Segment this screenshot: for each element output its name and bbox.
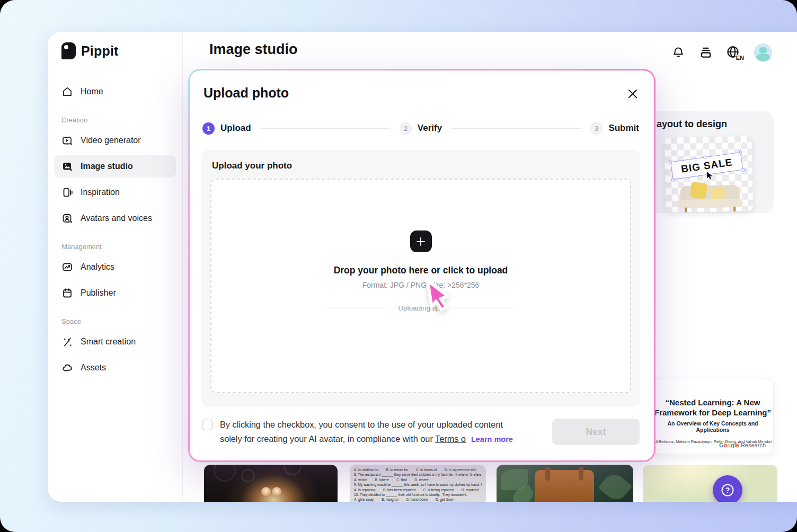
tote-bag-graphic [535,470,594,502]
sofa-leg [733,207,736,211]
upload-photo-modal-body: Upload photo 1 Upload 2 Verify 3 Submit [190,70,654,460]
stack-icon [699,46,713,59]
consent-line1: By clicking the checkbox, you consent to… [220,420,503,429]
step-2-label: Verify [418,123,442,134]
selection-handle [669,160,672,164]
paper-title-line2: Framework for Deep Learning” [652,407,773,418]
step-3-label: Submit [608,123,639,134]
user-avatar[interactable] [754,43,772,61]
sidebar-item-label: Video generator [81,136,141,145]
close-button[interactable] [626,87,639,100]
thumbnail-earbuds[interactable] [204,465,338,502]
worksheet-line: A. give away B. hang on C. hand down D. … [354,497,482,502]
leaf-graphic [598,470,632,502]
learn-more-link[interactable]: Learn more [471,435,513,444]
step-connector [261,128,390,129]
consent-text: By clicking the checkbox, you consent to… [220,418,513,447]
sidebar-item-assets[interactable]: Assets [54,357,176,379]
sidebar-item-label: Publisher [81,288,116,298]
sidebar: Pippit Home Creation Video generator Ima… [48,32,183,502]
add-photo-button[interactable] [410,230,432,252]
nested-learning-card[interactable]: “Nested Learning: A New Framework for De… [652,378,774,454]
thumbnail-worksheet[interactable]: A. In addition to B. in return for C. in… [350,465,486,502]
sidebar-item-label: Smart creation [81,337,136,347]
assets-icon [61,362,73,374]
step-1-circle: 1 [202,122,215,135]
avatars-icon [61,212,73,224]
consent-checkbox[interactable] [202,420,212,430]
upload-photo-modal: Upload photo 1 Upload 2 Verify 3 Submit [188,69,656,462]
sofa-leg [685,208,687,212]
step-3-circle: 3 [590,122,603,135]
pink-cursor-icon [417,278,451,320]
pippit-logo-icon [61,42,76,59]
selection-handle [739,150,742,154]
worksheet-line: 8. The restaurant ______ they serve frie… [354,472,482,477]
sidebar-item-avatars-and-voices[interactable]: Avatars and voices [54,207,176,229]
dropzone-instruction: Drop your photo here or click to upload [334,265,508,276]
earbud-graphic [272,487,281,496]
sidebar-item-label: Home [81,87,103,96]
gear-graphic [284,465,302,475]
sidebar-item-image-studio[interactable]: Image studio [54,155,176,178]
step-indicator: 1 Upload 2 Verify 3 Submit [202,121,639,135]
terms-link[interactable]: Terms o [435,434,466,444]
spaces-button[interactable] [698,45,714,60]
divider [450,308,515,308]
sidebar-item-label: Analytics [81,262,114,272]
main-content: Image studio EN ayout to design [183,32,797,502]
paper-subtitle: An Overview of Key Concepts and Applicat… [652,420,773,433]
plus-icon [415,236,426,247]
thumbnail-tote-bag[interactable] [497,465,633,502]
thumbnail-help[interactable]: ? [643,465,777,502]
inspiration-icon [61,187,73,198]
publisher-icon [61,287,73,299]
black-cursor-icon [706,172,714,180]
upload-panel-title: Upload your photo [212,161,631,171]
next-button[interactable]: Next [552,419,640,445]
sidebar-section-space: Space [54,308,176,331]
sidebar-item-label: Assets [81,363,106,373]
step-1-label: Upload [220,123,251,134]
consent-line2: solely for creating your AI avatar, in c… [220,434,435,444]
google-research-logo: GoogleResearch [719,442,766,448]
card-title-fragment: ayout to design [657,119,727,130]
gear-graphic [241,469,255,483]
gear-graphic [214,465,236,482]
sidebar-item-home[interactable]: Home [54,81,176,103]
bell-icon [671,46,685,59]
worksheet-line: A. which B. where C. that D. where [354,477,482,482]
sidebar-item-label: Inspiration [81,188,120,197]
svg-text:?: ? [725,486,730,494]
big-sale-preview: BIG SALE [665,136,753,213]
language-button[interactable]: EN [725,45,742,60]
step-connector [451,128,581,129]
analytics-icon [61,261,73,273]
worksheet-line: A. In addition to B. in return for C. in… [354,467,482,472]
bag-strap [579,467,583,481]
question-icon: ? [720,482,736,498]
sidebar-item-label: Image studio [81,162,133,171]
divider [326,308,391,308]
sidebar-item-analytics[interactable]: Analytics [54,256,176,278]
sidebar-item-smart-creation[interactable]: Smart creation [54,331,176,353]
modal-title: Upload photo [203,85,289,101]
sidebar-item-inspiration[interactable]: Inspiration [54,181,176,203]
selection-handle [741,168,745,172]
page-background: Pippit Home Creation Video generator Ima… [0,0,797,532]
image-studio-icon [61,161,73,172]
brand-logo[interactable]: Pippit [54,42,176,59]
sidebar-item-video-generator[interactable]: Video generator [54,129,176,152]
close-icon [627,88,638,99]
app-window: Pippit Home Creation Video generator Ima… [48,32,797,502]
sidebar-item-publisher[interactable]: Publisher [54,282,176,304]
selection-handle [671,178,675,182]
worksheet-line: 10. They decided to ______ their old fur… [354,492,482,497]
page-title: Image studio [209,41,298,58]
help-button[interactable]: ? [713,475,742,502]
worksheet-line: 9. My washing machine ______ this week, … [354,482,482,487]
bag-strap [545,467,550,481]
header-actions: EN [670,43,772,61]
language-code: EN [736,55,745,61]
notifications-button[interactable] [670,45,686,60]
